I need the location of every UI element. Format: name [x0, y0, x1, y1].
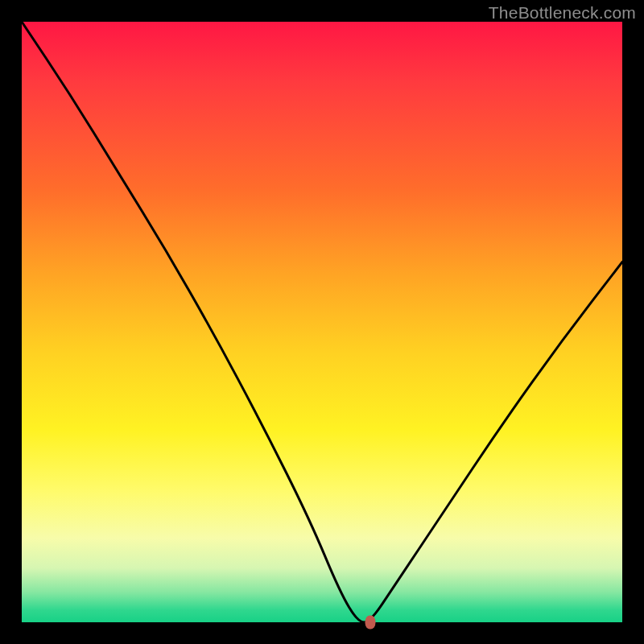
watermark-text: TheBottleneck.com	[489, 3, 636, 23]
optimal-point-marker	[365, 616, 375, 630]
curve-layer	[0, 0, 644, 644]
chart-frame: TheBottleneck.com	[0, 0, 644, 644]
bottleneck-curve	[22, 22, 622, 622]
